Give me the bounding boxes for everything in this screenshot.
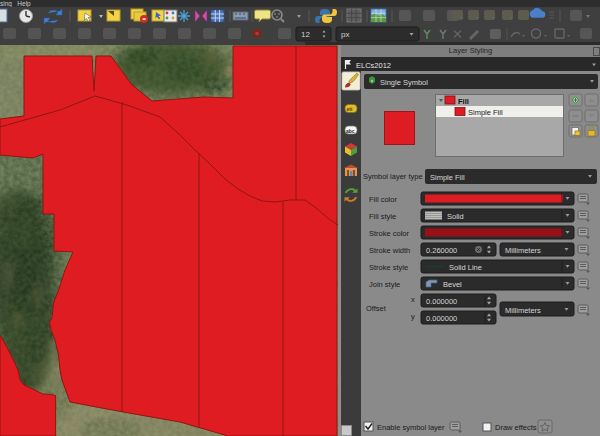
svg-text:Single Symbol: Single Symbol (380, 78, 428, 87)
svg-text:Millimeters: Millimeters (505, 246, 541, 255)
svg-text:Stroke style: Stroke style (369, 263, 408, 272)
svg-text:Fill style: Fill style (369, 212, 396, 221)
svg-text:ELCs2012: ELCs2012 (356, 61, 391, 70)
svg-text:x: x (411, 295, 415, 304)
svg-text:Fill color: Fill color (369, 195, 397, 204)
svg-text:Stroke color: Stroke color (369, 229, 410, 238)
svg-text:Solid Line: Solid Line (449, 263, 482, 272)
svg-text:px: px (341, 30, 349, 39)
svg-text:eti: eti (347, 106, 353, 112)
svg-text:Stroke width: Stroke width (369, 246, 410, 255)
svg-text:Enable symbol layer: Enable symbol layer (377, 423, 445, 432)
svg-text:Join style: Join style (369, 280, 400, 289)
svg-text:Bevel: Bevel (443, 280, 462, 289)
svg-text:y: y (411, 312, 415, 321)
svg-text:abc: abc (346, 128, 355, 134)
svg-text:0.260000: 0.260000 (426, 246, 457, 255)
svg-text:Draw effects: Draw effects (495, 423, 537, 432)
svg-text:Solid: Solid (447, 212, 464, 221)
svg-text:Offset: Offset (366, 304, 387, 313)
svg-text:Millimeters: Millimeters (505, 306, 541, 315)
svg-text:Fill: Fill (458, 97, 469, 106)
svg-text:0.000000: 0.000000 (426, 297, 457, 306)
svg-text:Simple Fill: Simple Fill (430, 173, 465, 182)
svg-text:Simple Fill: Simple Fill (468, 108, 503, 117)
svg-text:12: 12 (301, 30, 310, 39)
svg-text:0.000000: 0.000000 (426, 314, 457, 323)
